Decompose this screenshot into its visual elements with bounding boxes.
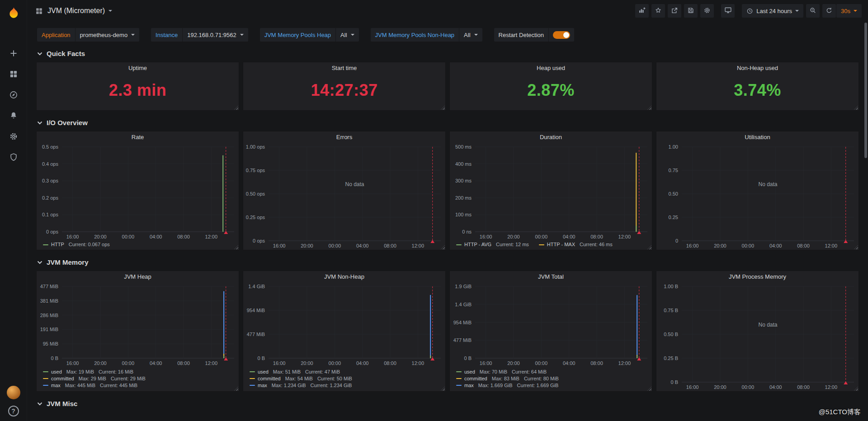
caret-down-icon bbox=[351, 34, 354, 36]
filter-heap-pools: JVM Memory Pools Heap All bbox=[260, 28, 359, 42]
panel-title[interactable]: Errors bbox=[243, 131, 445, 143]
svg-text:16:00: 16:00 bbox=[686, 384, 699, 390]
dashboard-scroll-area: Application prometheus-demo Instance 192… bbox=[27, 22, 868, 421]
plot-area[interactable]: 0 ops0.25 ops0.50 ops0.75 ops1.00 ops16:… bbox=[243, 143, 445, 250]
refresh-button[interactable] bbox=[822, 4, 836, 18]
share-dashboard-button[interactable] bbox=[668, 4, 681, 18]
legend: HTTPCurrent: 0.067 ops bbox=[37, 241, 239, 250]
svg-text:No data: No data bbox=[345, 181, 364, 187]
plot-area[interactable]: 0 B477 MiB954 MiB1.4 GiB16:0020:0000:000… bbox=[243, 283, 445, 367]
plot-area[interactable]: 0 ops0.1 ops0.2 ops0.3 ops0.4 ops0.5 ops… bbox=[37, 143, 239, 241]
chevron-down-icon bbox=[37, 261, 42, 264]
legend-item-used[interactable]: usedMax: 51 MiBCurrent: 47 MiB bbox=[250, 368, 443, 375]
add-panel-button[interactable] bbox=[635, 4, 649, 18]
zoom-out-button[interactable] bbox=[806, 4, 820, 18]
scrollbar-thumb[interactable] bbox=[864, 23, 867, 158]
svg-text:08:00: 08:00 bbox=[590, 234, 603, 239]
dashboard-icon bbox=[35, 7, 43, 15]
panel-title[interactable]: JVM Non-Heap bbox=[243, 271, 445, 283]
legend-item-http-avg[interactable]: HTTP - AVGCurrent: 12 ms bbox=[456, 242, 529, 247]
svg-text:191 MiB: 191 MiB bbox=[40, 327, 58, 332]
panel-jvm-heap: JVM Heap0 B95 MiB191 MiB286 MiB381 MiB47… bbox=[36, 271, 239, 392]
legend-item-http-max[interactable]: HTTP - MAXCurrent: 46 ms bbox=[539, 242, 613, 247]
plot-area[interactable]: 0 B95 MiB191 MiB286 MiB381 MiB477 MiB16:… bbox=[37, 283, 239, 367]
plot-area[interactable]: 0 ns100 ms200 ms300 ms400 ms500 ms16:002… bbox=[450, 143, 652, 241]
share-icon bbox=[671, 7, 678, 15]
panel-title[interactable]: JVM Total bbox=[450, 271, 652, 283]
sidebar-item-dashboards[interactable] bbox=[3, 64, 24, 85]
svg-text:12:00: 12:00 bbox=[825, 384, 838, 390]
svg-text:04:00: 04:00 bbox=[150, 360, 162, 366]
grafana-logo-icon[interactable] bbox=[4, 4, 24, 23]
caret-down-icon bbox=[240, 34, 244, 36]
legend-item-committed[interactable]: committedMax: 29 MiBCurrent: 29 MiB bbox=[43, 375, 236, 382]
svg-text:0 B: 0 B bbox=[257, 356, 265, 361]
instance-select[interactable]: 192.168.0.71:9562 bbox=[182, 28, 248, 42]
caret-down-icon bbox=[108, 10, 112, 12]
heap-pools-select[interactable]: All bbox=[335, 28, 359, 42]
panel-title[interactable]: Rate bbox=[37, 131, 239, 143]
panel-title[interactable]: JVM Heap bbox=[37, 271, 239, 283]
dashboard-title-button[interactable]: JVM (Micrometer) bbox=[47, 7, 112, 15]
legend-item-http[interactable]: HTTPCurrent: 0.067 ops bbox=[43, 242, 110, 247]
legend-item-max[interactable]: maxMax: 1.669 GiBCurrent: 1.669 GiB bbox=[456, 382, 649, 388]
svg-text:477 MiB: 477 MiB bbox=[453, 337, 472, 343]
application-label: Application bbox=[37, 28, 75, 42]
svg-text:04:00: 04:00 bbox=[769, 243, 782, 248]
legend-item-committed[interactable]: committedMax: 54 MiBCurrent: 50 MiB bbox=[250, 375, 443, 382]
plot-area[interactable]: 0 B477 MiB954 MiB1.4 GiB1.9 GiB16:0020:0… bbox=[450, 283, 652, 367]
cycle-view-button[interactable] bbox=[721, 4, 735, 18]
svg-text:12:00: 12:00 bbox=[825, 243, 838, 248]
svg-text:16:00: 16:00 bbox=[66, 360, 79, 366]
panel-title[interactable]: Start time bbox=[243, 62, 445, 74]
sidebar-item-create[interactable] bbox=[3, 43, 24, 64]
sidebar-item-server-admin[interactable] bbox=[3, 147, 24, 168]
sidebar-item-configuration[interactable] bbox=[3, 126, 24, 147]
restart-detection-toggle[interactable] bbox=[553, 31, 570, 39]
compass-icon bbox=[9, 90, 18, 101]
plot-area[interactable]: 00.250.500.751.0016:0020:0000:0004:0008:… bbox=[656, 143, 859, 250]
svg-text:08:00: 08:00 bbox=[797, 384, 810, 390]
panel-title[interactable]: Heap used bbox=[450, 62, 652, 74]
legend-item-committed[interactable]: committedMax: 83 MiBCurrent: 80 MiB bbox=[456, 375, 649, 382]
nonheap-pools-label: JVM Memory Pools Non-Heap bbox=[371, 28, 459, 42]
chart-svg: 0 ns100 ms200 ms300 ms400 ms500 ms16:002… bbox=[450, 143, 652, 241]
legend-item-used[interactable]: usedMax: 19 MiBCurrent: 16 MiB bbox=[43, 368, 236, 375]
plot-area[interactable]: 0 B0.25 B0.50 B0.75 B1.00 B16:0020:0000:… bbox=[656, 283, 859, 391]
svg-text:20:00: 20:00 bbox=[94, 234, 107, 239]
panel-title[interactable]: Non-Heap used bbox=[656, 62, 859, 74]
section-header-quick-facts[interactable]: Quick Facts bbox=[36, 50, 859, 57]
legend-item-used[interactable]: usedMax: 70 MiBCurrent: 64 MiB bbox=[456, 368, 649, 375]
instance-label: Instance bbox=[151, 28, 182, 42]
stat-panel-uptime: Uptime2.3 min bbox=[36, 62, 239, 111]
legend-item-max[interactable]: maxMax: 1.234 GiBCurrent: 1.234 GiB bbox=[250, 382, 443, 388]
page-title: JVM (Micrometer) bbox=[47, 7, 105, 15]
star-dashboard-button[interactable] bbox=[651, 4, 665, 18]
panel-title[interactable]: Uptime bbox=[37, 62, 239, 74]
application-select[interactable]: prometheus-demo bbox=[75, 28, 140, 42]
user-avatar[interactable] bbox=[7, 386, 20, 399]
section-header-io-overview[interactable]: I/O Overview bbox=[36, 119, 859, 126]
dashboard-settings-button[interactable] bbox=[700, 4, 714, 18]
svg-text:00:00: 00:00 bbox=[122, 234, 135, 239]
refresh-interval-picker[interactable]: 30s bbox=[836, 4, 862, 18]
panel-title[interactable]: JVM Process Memory bbox=[656, 271, 859, 283]
legend: usedMax: 51 MiBCurrent: 47 MiBcommittedM… bbox=[243, 367, 445, 391]
panel-title[interactable]: Utilisation bbox=[656, 131, 859, 143]
section-header-jvm-misc[interactable]: JVM Misc bbox=[36, 400, 859, 407]
panel-title[interactable]: Duration bbox=[450, 131, 652, 143]
filter-restart-detection: Restart Detection bbox=[494, 28, 574, 42]
series-color-swatch bbox=[250, 371, 255, 372]
legend-item-max[interactable]: maxMax: 445 MiBCurrent: 445 MiB bbox=[43, 382, 236, 388]
stat-value: 3.74% bbox=[656, 74, 859, 110]
sidebar-item-alerting[interactable] bbox=[3, 106, 24, 126]
save-dashboard-button[interactable] bbox=[684, 4, 698, 18]
help-icon[interactable]: ? bbox=[8, 406, 19, 416]
svg-text:00:00: 00:00 bbox=[535, 234, 548, 239]
stat-value: 2.3 min bbox=[37, 74, 239, 110]
section-header-jvm-memory[interactable]: JVM Memory bbox=[36, 258, 859, 266]
sidebar-item-explore[interactable] bbox=[3, 85, 24, 106]
svg-text:12:00: 12:00 bbox=[618, 360, 631, 366]
nonheap-pools-select[interactable]: All bbox=[459, 28, 482, 42]
time-range-picker[interactable]: Last 24 hours bbox=[742, 4, 803, 18]
